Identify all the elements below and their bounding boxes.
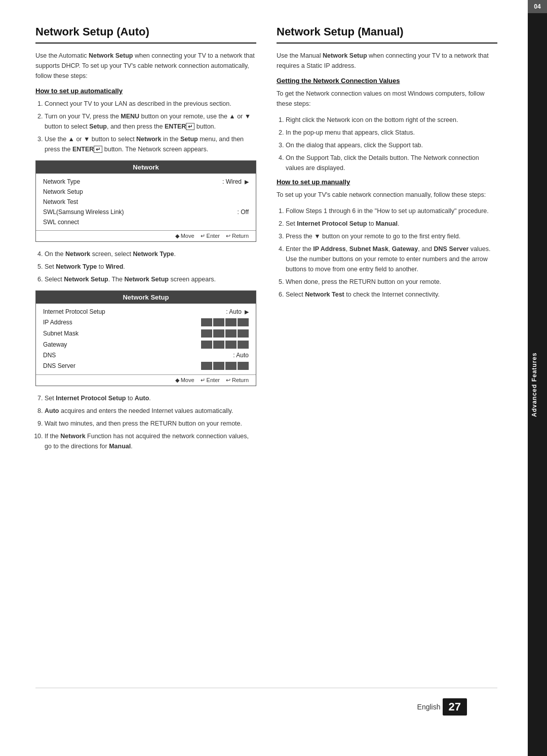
auto-steps-list-continued: On the Network screen, select Network Ty… — [35, 249, 256, 284]
gateway-block-3 — [225, 341, 237, 349]
network-setup-menu-items: Internet Protocol Setup : Auto ▶ IP Addr… — [36, 304, 256, 374]
how-to-manually-heading: How to set up manually — [277, 178, 497, 186]
dns-server-row: DNS Server — [43, 360, 249, 371]
network-type-row: Network Type : Wired ▶ — [43, 177, 249, 187]
page-language: English — [417, 703, 441, 711]
auto-step-4: On the Network screen, select Network Ty… — [45, 249, 256, 259]
page-number: 27 — [443, 698, 467, 716]
gateway-label: Gateway — [43, 341, 67, 348]
network-setup-row: Network Setup — [43, 187, 249, 197]
side-tab: 04 Advanced Features — [528, 0, 547, 756]
left-section-intro: Use the Automatic Network Setup when con… — [35, 51, 256, 81]
setup-footer-enter: ↵ Enter — [201, 377, 220, 384]
gateway-pixel-blocks — [201, 341, 249, 349]
getting-step-4: On the Support Tab, click the Details bu… — [286, 153, 497, 173]
ip-address-row: IP Address — [43, 317, 249, 328]
setup-footer-move: ◆ Move — [175, 377, 194, 384]
page-container: Network Setup (Auto) Use the Automatic N… — [0, 0, 547, 756]
manual-step-1: Follow Steps 1 through 6 in the "How to … — [286, 206, 497, 216]
subnet-mask-blocks — [201, 329, 249, 338]
ip-block-3 — [225, 318, 237, 326]
page-footer: English 27 — [35, 688, 497, 726]
dns-block-1 — [201, 362, 212, 370]
setup-footer-return: ↩ Return — [226, 377, 249, 384]
swl-row: SWL(Samsung Wireless Link) : Off — [43, 207, 249, 217]
network-test-row: Network Test — [43, 197, 249, 207]
side-tab-label: Advanced Features — [528, 13, 547, 756]
subnet-block-1 — [201, 329, 212, 338]
swl-value: : Off — [238, 208, 249, 216]
getting-values-intro: To get the Network connection values on … — [277, 89, 497, 109]
right-section-title: Network Setup (Manual) — [277, 25, 497, 44]
auto-steps-list: Connect your TV to your LAN as described… — [35, 99, 256, 154]
subnet-mask-row: Subnet Mask — [43, 328, 249, 339]
auto-step-6: Select Network Setup. The Network Setup … — [45, 274, 256, 284]
ip-block-1 — [201, 318, 212, 326]
right-section-intro: Use the Manual Network Setup when connec… — [277, 51, 497, 71]
gateway-blocks — [201, 341, 249, 349]
getting-step-1: Right click the Network icon on the bott… — [286, 115, 497, 125]
dns-server-label: DNS Server — [43, 362, 75, 369]
subnet-block-4 — [238, 329, 249, 338]
manual-step-4: Enter the IP Address, Subnet Mask, Gatew… — [286, 244, 497, 274]
auto-step-7: Set Internet Protocol Setup to Auto. — [45, 393, 256, 403]
ip-block-4 — [238, 318, 249, 326]
dns-block-4 — [238, 362, 249, 370]
gateway-block-4 — [238, 341, 249, 349]
network-setup-menu-title: Network Setup — [36, 291, 256, 304]
manual-step-5: When done, press the RETURN button on yo… — [286, 277, 497, 287]
dns-block-2 — [213, 362, 224, 370]
left-column: Network Setup (Auto) Use the Automatic N… — [35, 25, 256, 688]
side-tab-number: 04 — [528, 0, 547, 13]
dns-block-3 — [225, 362, 237, 370]
network-type-value: : Wired ▶ — [222, 178, 249, 185]
two-column-layout: Network Setup (Auto) Use the Automatic N… — [35, 25, 497, 688]
dns-server-blocks — [201, 362, 249, 370]
swl-connect-row: SWL connect — [43, 217, 249, 227]
dns-value: : Auto — [233, 352, 249, 359]
ip-block-2 — [213, 318, 224, 326]
subnet-block-2 — [213, 329, 224, 338]
dns-pixel-blocks — [201, 362, 249, 370]
getting-step-3: On the dialog that appears, click the Su… — [286, 140, 497, 150]
getting-values-heading: Getting the Network Connection Values — [277, 77, 497, 85]
manual-step-6: Select Network Test to check the Interne… — [286, 289, 497, 300]
how-to-manually-intro: To set up your TV's cable network connec… — [277, 190, 497, 200]
footer-return: ↩ Return — [226, 233, 249, 239]
gateway-block-2 — [213, 341, 224, 349]
auto-step-3: Use the ▲ or ▼ button to select Network … — [45, 134, 256, 154]
auto-step-9: Wait two minutes, and then press the RET… — [45, 418, 256, 429]
manual-steps-list: Follow Steps 1 through 6 in the "How to … — [277, 206, 497, 300]
ip-setup-value: : Auto ▶ — [226, 308, 249, 315]
page-number-area: English 27 — [417, 698, 467, 716]
auto-step-10: If the Network Function has not acquired… — [45, 431, 256, 451]
gateway-block-1 — [201, 341, 212, 349]
getting-values-steps: Right click the Network icon on the bott… — [277, 115, 497, 173]
swl-connect-label: SWL connect — [43, 219, 79, 226]
auto-step-1: Connect your TV to your LAN as described… — [45, 99, 256, 109]
right-column: Network Setup (Manual) Use the Manual Ne… — [277, 25, 497, 688]
left-section-title: Network Setup (Auto) — [35, 25, 256, 44]
ip-address-label: IP Address — [43, 319, 72, 326]
network-menu-box: Network Network Type : Wired ▶ Network S… — [35, 160, 256, 242]
subnet-block-3 — [225, 329, 237, 338]
ip-address-pixel-blocks — [201, 318, 249, 326]
network-menu-title: Network — [36, 161, 256, 174]
ip-setup-row: Internet Protocol Setup : Auto ▶ — [43, 307, 249, 317]
how-to-auto-heading: How to set up automatically — [35, 87, 256, 95]
ip-address-blocks — [201, 318, 249, 326]
network-setup-menu-footer: ◆ Move ↵ Enter ↩ Return — [36, 374, 256, 386]
footer-move: ◆ Move — [175, 233, 194, 239]
network-type-arrow: ▶ — [245, 179, 249, 185]
content-area: Network Setup (Auto) Use the Automatic N… — [0, 0, 528, 756]
manual-step-2: Set Internet Protocol Setup to Manual. — [286, 219, 497, 229]
subnet-pixel-blocks — [201, 329, 249, 338]
network-type-label: Network Type — [43, 178, 80, 185]
ip-setup-arrow: ▶ — [245, 309, 249, 315]
auto-step-2: Turn on your TV, press the MENU button o… — [45, 111, 256, 132]
dns-label: DNS — [43, 352, 56, 359]
auto-step-8: Auto acquires and enters the needed Inte… — [45, 406, 256, 416]
gateway-row: Gateway — [43, 339, 249, 350]
network-menu-items: Network Type : Wired ▶ Network Setup Net… — [36, 174, 256, 230]
subnet-mask-label: Subnet Mask — [43, 330, 79, 337]
